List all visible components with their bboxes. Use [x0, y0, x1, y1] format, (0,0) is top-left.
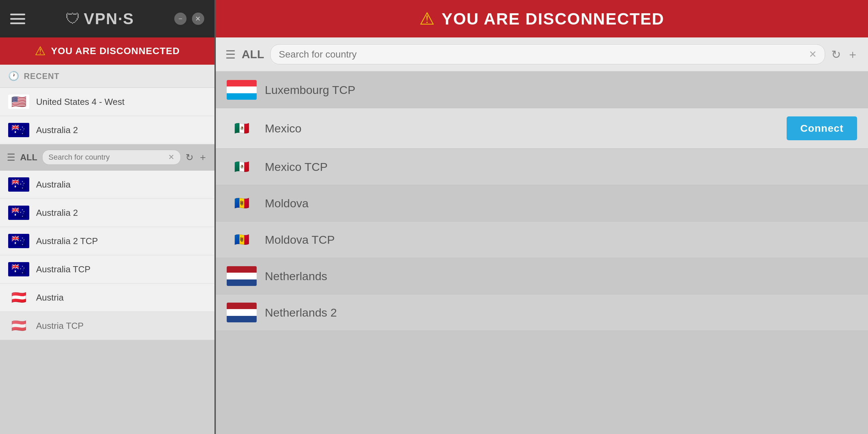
list-item-australia2tcp[interactable]: Australia 2 TCP — [0, 227, 214, 255]
right-refresh-button[interactable]: ↻ — [831, 48, 841, 61]
refresh-button[interactable]: ↻ — [186, 152, 193, 163]
flag-australia — [8, 262, 29, 276]
flag-luxembourg — [227, 80, 257, 100]
flag-netherlands — [227, 266, 257, 286]
right-list-item-netherlands[interactable]: Netherlands — [216, 258, 868, 294]
right-search-input-wrapper: ✕ — [270, 44, 825, 64]
right-list-item-moldova[interactable]: Moldova — [216, 185, 868, 222]
right-item-luxembourg-tcp-label: Luxembourg TCP — [265, 83, 857, 97]
right-disconnected-text: YOU ARE DISCONNECTED — [441, 10, 664, 28]
flag-mexico — [227, 118, 257, 138]
right-item-mexico-tcp-label: Mexico TCP — [265, 160, 857, 174]
vpns-logo: 🛡 VPN·S — [65, 10, 134, 28]
right-list-item-mexico[interactable]: Mexico Connect — [216, 108, 868, 149]
recent-clock-icon: 🕐 — [8, 71, 19, 81]
clear-search-button[interactable]: ✕ — [168, 153, 174, 162]
close-button[interactable]: ✕ — [192, 13, 204, 25]
list-icon: ☰ — [7, 152, 15, 163]
shield-icon: 🛡 — [65, 10, 80, 27]
header-controls: − ✕ — [174, 13, 204, 25]
recent-item-us-west[interactable]: United States 4 - West — [0, 88, 214, 116]
list-item-australiatcp-label: Australia TCP — [36, 264, 91, 275]
right-all-label: ALL — [242, 48, 264, 61]
left-search-bar: ☰ ALL ✕ ↻ ＋ — [0, 144, 214, 171]
recent-item-us-west-label: United States 4 - West — [36, 97, 125, 107]
menu-button[interactable] — [10, 14, 25, 24]
list-item-austriatcp[interactable]: Austria TCP — [0, 312, 214, 340]
right-search-input[interactable] — [279, 49, 805, 60]
flag-austria — [8, 319, 29, 333]
list-item-australia2tcp-label: Australia 2 TCP — [36, 236, 98, 246]
right-item-netherlands2-label: Netherlands 2 — [265, 306, 857, 319]
list-item-austriatcp-label: Austria TCP — [36, 321, 84, 331]
disconnected-text: YOU ARE DISCONNECTED — [51, 46, 180, 57]
flag-moldova — [227, 230, 257, 250]
minimize-button[interactable]: − — [174, 13, 187, 25]
warning-icon: ⚠ — [35, 44, 46, 58]
list-item-australia[interactable]: Australia — [0, 171, 214, 199]
right-clear-search-button[interactable]: ✕ — [809, 49, 817, 60]
list-item-australia-label: Australia — [36, 179, 70, 190]
recent-section-header: 🕐 RECENT — [0, 65, 214, 88]
list-item-australiatcp[interactable]: Australia TCP — [0, 255, 214, 284]
flag-australia — [8, 123, 29, 137]
right-search-bar: ☰ ALL ✕ ↻ ＋ — [216, 37, 868, 72]
list-item-australia2[interactable]: Australia 2 — [0, 199, 214, 227]
recent-label: RECENT — [24, 71, 60, 81]
right-list: Luxembourg TCP Mexico Connect Mexico TCP… — [216, 72, 868, 434]
flag-moldova — [227, 193, 257, 213]
right-item-moldova-tcp-label: Moldova TCP — [265, 233, 857, 246]
list-item-australia2-label: Australia 2 — [36, 208, 78, 218]
right-item-mexico-label: Mexico — [265, 122, 778, 135]
left-header: 🛡 VPN·S − ✕ — [0, 0, 214, 37]
flag-us — [8, 95, 29, 109]
disconnected-banner: ⚠ YOU ARE DISCONNECTED — [0, 37, 214, 65]
flag-austria — [8, 290, 29, 305]
right-warning-icon: ⚠ — [419, 9, 435, 29]
add-button[interactable]: ＋ — [198, 151, 208, 164]
all-label: ALL — [20, 152, 37, 163]
search-input-wrapper: ✕ — [42, 150, 181, 165]
flag-netherlands2 — [227, 303, 257, 322]
right-item-moldova-label: Moldova — [265, 197, 857, 210]
right-item-netherlands-label: Netherlands — [265, 270, 857, 283]
right-list-item-netherlands2[interactable]: Netherlands 2 — [216, 294, 868, 331]
right-list-item-luxembourg-tcp[interactable]: Luxembourg TCP — [216, 72, 868, 108]
right-add-button[interactable]: ＋ — [847, 47, 858, 62]
right-list-item-moldova-tcp[interactable]: Moldova TCP — [216, 222, 868, 258]
right-disconnected-banner: ⚠ YOU ARE DISCONNECTED — [216, 0, 868, 37]
app-title: VPN·S — [84, 10, 134, 28]
recent-item-australia2[interactable]: Australia 2 — [0, 116, 214, 144]
list-item-austria[interactable]: Austria — [0, 284, 214, 312]
left-panel: 🛡 VPN·S − ✕ ⚠ YOU ARE DISCONNECTED 🕐 REC… — [0, 0, 214, 434]
flag-australia — [8, 234, 29, 248]
flag-mexico — [227, 157, 257, 177]
connect-mexico-button[interactable]: Connect — [787, 116, 857, 140]
right-list-item-mexico-tcp[interactable]: Mexico TCP — [216, 149, 868, 185]
right-panel: ⚠ YOU ARE DISCONNECTED ☰ ALL ✕ ↻ ＋ Luxem… — [214, 0, 868, 434]
flag-australia — [8, 206, 29, 220]
right-list-icon: ☰ — [225, 48, 236, 61]
recent-item-australia2-label: Australia 2 — [36, 125, 78, 135]
list-item-austria-label: Austria — [36, 292, 64, 303]
search-input[interactable] — [49, 153, 165, 162]
flag-australia — [8, 177, 29, 192]
